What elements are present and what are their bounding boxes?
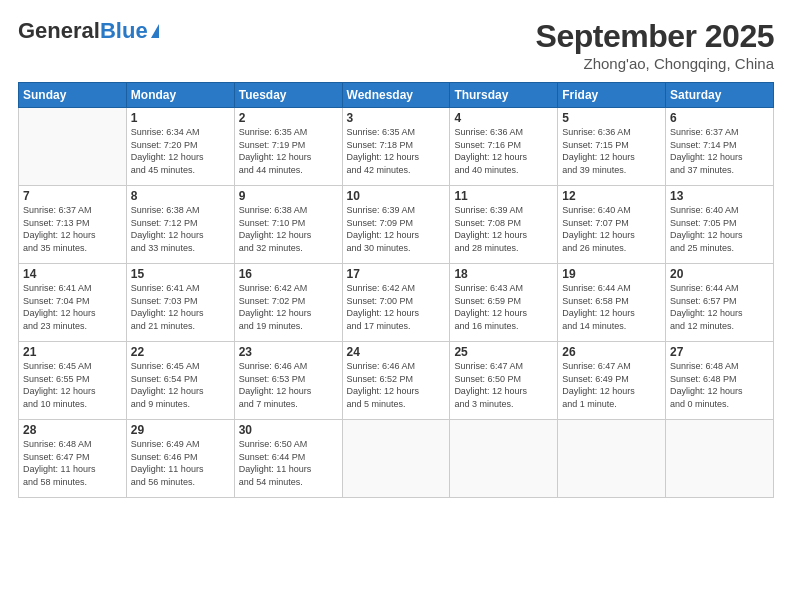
calendar-subtitle: Zhong'ao, Chongqing, China: [536, 55, 774, 72]
day-info: Sunrise: 6:39 AM Sunset: 7:09 PM Dayligh…: [347, 204, 446, 254]
calendar-header-row: Sunday Monday Tuesday Wednesday Thursday…: [19, 83, 774, 108]
day-number: 13: [670, 189, 769, 203]
day-number: 25: [454, 345, 553, 359]
table-row: [666, 420, 774, 498]
day-number: 28: [23, 423, 122, 437]
day-number: 21: [23, 345, 122, 359]
table-row: [450, 420, 558, 498]
col-thursday: Thursday: [450, 83, 558, 108]
day-number: 12: [562, 189, 661, 203]
table-row: [19, 108, 127, 186]
table-row: 11Sunrise: 6:39 AM Sunset: 7:08 PM Dayli…: [450, 186, 558, 264]
day-info: Sunrise: 6:48 AM Sunset: 6:48 PM Dayligh…: [670, 360, 769, 410]
table-row: 17Sunrise: 6:42 AM Sunset: 7:00 PM Dayli…: [342, 264, 450, 342]
table-row: 18Sunrise: 6:43 AM Sunset: 6:59 PM Dayli…: [450, 264, 558, 342]
table-row: 13Sunrise: 6:40 AM Sunset: 7:05 PM Dayli…: [666, 186, 774, 264]
table-row: 12Sunrise: 6:40 AM Sunset: 7:07 PM Dayli…: [558, 186, 666, 264]
col-sunday: Sunday: [19, 83, 127, 108]
day-info: Sunrise: 6:38 AM Sunset: 7:12 PM Dayligh…: [131, 204, 230, 254]
day-info: Sunrise: 6:50 AM Sunset: 6:44 PM Dayligh…: [239, 438, 338, 488]
day-number: 18: [454, 267, 553, 281]
table-row: 24Sunrise: 6:46 AM Sunset: 6:52 PM Dayli…: [342, 342, 450, 420]
table-row: [558, 420, 666, 498]
day-number: 23: [239, 345, 338, 359]
day-number: 30: [239, 423, 338, 437]
table-row: 27Sunrise: 6:48 AM Sunset: 6:48 PM Dayli…: [666, 342, 774, 420]
day-number: 16: [239, 267, 338, 281]
day-info: Sunrise: 6:42 AM Sunset: 7:00 PM Dayligh…: [347, 282, 446, 332]
col-monday: Monday: [126, 83, 234, 108]
day-info: Sunrise: 6:48 AM Sunset: 6:47 PM Dayligh…: [23, 438, 122, 488]
day-info: Sunrise: 6:43 AM Sunset: 6:59 PM Dayligh…: [454, 282, 553, 332]
logo-triangle-icon: [151, 24, 159, 38]
day-info: Sunrise: 6:37 AM Sunset: 7:14 PM Dayligh…: [670, 126, 769, 176]
table-row: 28Sunrise: 6:48 AM Sunset: 6:47 PM Dayli…: [19, 420, 127, 498]
table-row: 15Sunrise: 6:41 AM Sunset: 7:03 PM Dayli…: [126, 264, 234, 342]
table-row: 6Sunrise: 6:37 AM Sunset: 7:14 PM Daylig…: [666, 108, 774, 186]
logo: General Blue: [18, 18, 159, 44]
day-number: 7: [23, 189, 122, 203]
col-saturday: Saturday: [666, 83, 774, 108]
day-info: Sunrise: 6:38 AM Sunset: 7:10 PM Dayligh…: [239, 204, 338, 254]
table-row: 9Sunrise: 6:38 AM Sunset: 7:10 PM Daylig…: [234, 186, 342, 264]
table-row: 29Sunrise: 6:49 AM Sunset: 6:46 PM Dayli…: [126, 420, 234, 498]
day-number: 20: [670, 267, 769, 281]
logo-general-text: General: [18, 18, 100, 44]
col-friday: Friday: [558, 83, 666, 108]
col-tuesday: Tuesday: [234, 83, 342, 108]
table-row: 23Sunrise: 6:46 AM Sunset: 6:53 PM Dayli…: [234, 342, 342, 420]
calendar-week-row: 1Sunrise: 6:34 AM Sunset: 7:20 PM Daylig…: [19, 108, 774, 186]
day-info: Sunrise: 6:41 AM Sunset: 7:04 PM Dayligh…: [23, 282, 122, 332]
day-info: Sunrise: 6:46 AM Sunset: 6:52 PM Dayligh…: [347, 360, 446, 410]
logo-blue-text: Blue: [100, 18, 148, 44]
table-row: 16Sunrise: 6:42 AM Sunset: 7:02 PM Dayli…: [234, 264, 342, 342]
day-info: Sunrise: 6:40 AM Sunset: 7:05 PM Dayligh…: [670, 204, 769, 254]
day-number: 8: [131, 189, 230, 203]
day-info: Sunrise: 6:47 AM Sunset: 6:49 PM Dayligh…: [562, 360, 661, 410]
day-number: 24: [347, 345, 446, 359]
day-info: Sunrise: 6:37 AM Sunset: 7:13 PM Dayligh…: [23, 204, 122, 254]
table-row: 30Sunrise: 6:50 AM Sunset: 6:44 PM Dayli…: [234, 420, 342, 498]
day-info: Sunrise: 6:46 AM Sunset: 6:53 PM Dayligh…: [239, 360, 338, 410]
day-number: 11: [454, 189, 553, 203]
table-row: 4Sunrise: 6:36 AM Sunset: 7:16 PM Daylig…: [450, 108, 558, 186]
table-row: 1Sunrise: 6:34 AM Sunset: 7:20 PM Daylig…: [126, 108, 234, 186]
day-number: 19: [562, 267, 661, 281]
day-number: 26: [562, 345, 661, 359]
table-row: 25Sunrise: 6:47 AM Sunset: 6:50 PM Dayli…: [450, 342, 558, 420]
day-info: Sunrise: 6:49 AM Sunset: 6:46 PM Dayligh…: [131, 438, 230, 488]
day-info: Sunrise: 6:41 AM Sunset: 7:03 PM Dayligh…: [131, 282, 230, 332]
day-number: 1: [131, 111, 230, 125]
day-info: Sunrise: 6:34 AM Sunset: 7:20 PM Dayligh…: [131, 126, 230, 176]
day-info: Sunrise: 6:44 AM Sunset: 6:57 PM Dayligh…: [670, 282, 769, 332]
day-info: Sunrise: 6:42 AM Sunset: 7:02 PM Dayligh…: [239, 282, 338, 332]
day-number: 29: [131, 423, 230, 437]
table-row: 21Sunrise: 6:45 AM Sunset: 6:55 PM Dayli…: [19, 342, 127, 420]
day-info: Sunrise: 6:35 AM Sunset: 7:19 PM Dayligh…: [239, 126, 338, 176]
title-block: September 2025 Zhong'ao, Chongqing, Chin…: [536, 18, 774, 72]
day-number: 5: [562, 111, 661, 125]
table-row: 14Sunrise: 6:41 AM Sunset: 7:04 PM Dayli…: [19, 264, 127, 342]
table-row: 19Sunrise: 6:44 AM Sunset: 6:58 PM Dayli…: [558, 264, 666, 342]
table-row: 10Sunrise: 6:39 AM Sunset: 7:09 PM Dayli…: [342, 186, 450, 264]
header: General Blue September 2025 Zhong'ao, Ch…: [18, 18, 774, 72]
day-number: 2: [239, 111, 338, 125]
calendar-table: Sunday Monday Tuesday Wednesday Thursday…: [18, 82, 774, 498]
day-info: Sunrise: 6:40 AM Sunset: 7:07 PM Dayligh…: [562, 204, 661, 254]
table-row: 22Sunrise: 6:45 AM Sunset: 6:54 PM Dayli…: [126, 342, 234, 420]
table-row: 26Sunrise: 6:47 AM Sunset: 6:49 PM Dayli…: [558, 342, 666, 420]
day-info: Sunrise: 6:35 AM Sunset: 7:18 PM Dayligh…: [347, 126, 446, 176]
calendar-title: September 2025: [536, 18, 774, 55]
day-info: Sunrise: 6:36 AM Sunset: 7:16 PM Dayligh…: [454, 126, 553, 176]
table-row: 20Sunrise: 6:44 AM Sunset: 6:57 PM Dayli…: [666, 264, 774, 342]
table-row: 2Sunrise: 6:35 AM Sunset: 7:19 PM Daylig…: [234, 108, 342, 186]
table-row: 3Sunrise: 6:35 AM Sunset: 7:18 PM Daylig…: [342, 108, 450, 186]
day-number: 4: [454, 111, 553, 125]
page: General Blue September 2025 Zhong'ao, Ch…: [0, 0, 792, 612]
day-info: Sunrise: 6:45 AM Sunset: 6:54 PM Dayligh…: [131, 360, 230, 410]
day-info: Sunrise: 6:39 AM Sunset: 7:08 PM Dayligh…: [454, 204, 553, 254]
table-row: 8Sunrise: 6:38 AM Sunset: 7:12 PM Daylig…: [126, 186, 234, 264]
table-row: 7Sunrise: 6:37 AM Sunset: 7:13 PM Daylig…: [19, 186, 127, 264]
day-info: Sunrise: 6:36 AM Sunset: 7:15 PM Dayligh…: [562, 126, 661, 176]
col-wednesday: Wednesday: [342, 83, 450, 108]
